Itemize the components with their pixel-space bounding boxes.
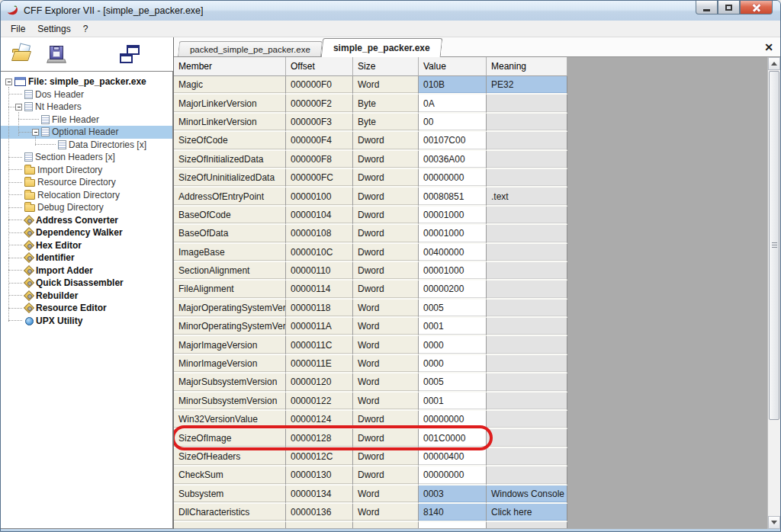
meaning-cell [487,466,567,485]
tab-packed-simple-pe-packer-exe[interactable]: packed_simple_pe_packer.exe [178,41,323,56]
table-row-filealignment[interactable]: FileAlignment00000114Dword00000200 [174,280,567,299]
toolbar [1,37,173,71]
save-file-button[interactable] [45,43,68,65]
value-cell[interactable]: 0001 [419,318,487,336]
cascade-windows-button[interactable] [118,43,141,65]
table-row-sizeofheaders[interactable]: SizeOfHeaders0000012CDword00000400 [174,448,567,466]
tree-item-address-converter[interactable]: Address Converter [1,214,172,227]
meaning-cell[interactable]: Click here [487,504,567,522]
table-row-minorimageversion[interactable]: MinorImageVersion0000011EWord0000 [174,355,567,373]
arrow-down-icon [771,521,777,524]
table-row-majorsubsystemversion[interactable]: MajorSubsystemVersion00000120Word0005 [174,373,567,392]
tree-item-resource-directory[interactable]: Resource Directory [1,176,172,189]
tree-item-debug-directory[interactable]: Debug Directory [1,201,172,214]
value-cell[interactable]: 00000000 [419,411,487,429]
value-cell[interactable]: 010B [419,76,487,95]
menu-item-help[interactable]: ? [77,21,95,37]
table-row-magic[interactable]: Magic000000F0Word010BPE32 [174,76,567,95]
table-row-subsystem[interactable]: Subsystem00000134Word0003Windows Console [174,486,567,504]
value-cell[interactable]: 00036A00 [419,151,487,169]
value-cell[interactable]: 00400000 [419,244,487,262]
tree-item-identifier[interactable]: Identifier [1,252,172,264]
table-row-imagebase[interactable]: ImageBase0000010CDword00400000 [174,244,567,262]
value-cell[interactable]: 8140 [419,504,487,522]
tree-item-quick-disassembler[interactable]: Quick Disassembler [1,277,172,290]
value-cell[interactable]: 001C0000 [419,429,487,447]
tab-close-button[interactable]: ✕ [764,42,773,53]
table-row-baseofcode[interactable]: BaseOfCode00000104Dword00001000 [174,207,567,225]
value-cell[interactable]: 00001000 [419,225,487,243]
tree-item-import-directory[interactable]: Import Directory [1,164,172,177]
table-row-sectionalignment[interactable]: SectionAlignment00000110Dword00001000 [174,262,567,280]
menu-item-file[interactable]: File [5,21,31,37]
table-row-sizeofimage[interactable]: SizeOfImage00000128Dword001C0000 [174,429,567,447]
scrollbar-thumb[interactable] [769,71,779,420]
value-cell[interactable]: 00000000 [419,466,487,485]
tree-item-dependency-walker[interactable]: Dependency Walker [1,226,172,239]
optional-header-view: MemberOffsetSizeValueMeaningMagic000000F… [174,57,780,529]
folder-icon [24,167,35,175]
column-header-member: Member [174,57,286,76]
table-row-win32versionvalue[interactable]: Win32VersionValue00000124Dword00000000 [174,411,567,429]
tree-item-import-adder[interactable]: Import Adder [1,264,172,277]
table-row-majorimageversion[interactable]: MajorImageVersion0000011CWord0000 [174,336,567,354]
value-cell[interactable]: 00001000 [419,262,487,280]
table-row-majorlinkerversion[interactable]: MajorLinkerVersion000000F2Byte0A [174,95,567,113]
value-cell[interactable]: 00080851 [419,187,487,206]
maximize-button[interactable] [718,1,740,14]
value-cell[interactable]: 00000400 [419,448,487,466]
table-row-sizeofcode[interactable]: SizeOfCode000000F4Dword00107C00 [174,132,567,150]
column-header-meaning: Meaning [487,57,567,76]
value-cell[interactable]: 00000200 [419,280,487,299]
value-cell[interactable]: 00001000 [419,207,487,225]
close-button[interactable] [740,1,773,14]
table-row-minoroperatingsystemver[interactable]: MinorOperatingSystemVer...0000011AWord00… [174,318,567,336]
window-titlebar: CFF Explorer VII - [simple_pe_packer.exe… [1,1,780,21]
value-cell[interactable]: 00107C00 [419,132,487,150]
tree-item-section-headers-x[interactable]: Section Headers [x] [1,151,172,164]
tree-item-dos-header[interactable]: Dos Header [1,88,172,101]
tree-item-optional-header[interactable]: Optional Header [1,126,172,139]
scrollbar-down-button[interactable] [768,516,780,529]
table-row-addressofentrypoint[interactable]: AddressOfEntryPoint00000100Dword00080851… [174,187,567,206]
value-cell[interactable]: 0A [419,95,487,113]
value-cell[interactable]: 0003 [419,486,487,504]
table-row-dllcharacteristics[interactable]: DllCharacteristics00000136Word8140Click … [174,504,567,522]
tree-item-nt-headers[interactable]: Nt Headers [1,101,172,114]
tree-item-resource-editor[interactable]: Resource Editor [1,302,172,315]
table-row-minorlinkerversion[interactable]: MinorLinkerVersion000000F3Byte00 [174,114,567,132]
table-row-sizeofinitializeddata[interactable]: SizeOfInitializedData000000F8Dword00036A… [174,151,567,169]
value-cell[interactable]: 0005 [419,300,487,318]
tree-item-data-directories-x[interactable]: Data Directories [x] [1,139,172,152]
member-cell: FileAlignment [174,280,286,299]
tree-item-label: Section Headers [x] [35,152,118,162]
vertical-scrollbar[interactable] [767,57,780,529]
table-row-majoroperatingsystemvers[interactable]: MajorOperatingSystemVers...00000118Word0… [174,300,567,318]
size-cell: Dword [353,411,419,429]
scrollbar-up-button[interactable] [768,57,780,70]
menu-item-settings[interactable]: Settings [31,21,76,37]
tree-item-hex-editor[interactable]: Hex Editor [1,239,172,252]
value-cell[interactable]: 0001 [419,393,487,411]
tree-item-file-simple-pe-packer-exe[interactable]: File: simple_pe_packer.exe [1,75,172,88]
minimize-button[interactable] [696,1,718,14]
table-row-baseofdata[interactable]: BaseOfData00000108Dword00001000 [174,225,567,243]
table-row-checksum[interactable]: CheckSum00000130Dword00000000 [174,466,567,485]
tree-item-file-header[interactable]: File Header [1,114,172,127]
tree-item-upx-utility[interactable]: UPX Utility [1,315,172,328]
offset-cell: 00000104 [286,207,353,225]
value-cell[interactable]: 0000 [419,355,487,373]
tree-item-relocation-directory[interactable]: Relocation Directory [1,189,172,202]
value-cell[interactable]: 00000000 [419,169,487,187]
tree-collapse-icon[interactable] [5,79,12,85]
tree-collapse-icon[interactable] [15,104,22,111]
tree-collapse-icon[interactable] [32,129,39,136]
table-row-minorsubsystemversion[interactable]: MinorSubsystemVersion00000122Word0001 [174,393,567,411]
tree-item-rebuilder[interactable]: Rebuilder [1,290,172,303]
open-file-button[interactable] [11,43,34,65]
value-cell[interactable]: 00 [419,114,487,132]
tab-simple-pe-packer-exe[interactable]: simple_pe_packer.exe [321,38,442,57]
value-cell[interactable]: 0000 [419,336,487,354]
table-row-sizeofuninitializeddata[interactable]: SizeOfUninitializedData000000FCDword0000… [174,169,567,187]
value-cell[interactable]: 0005 [419,373,487,392]
